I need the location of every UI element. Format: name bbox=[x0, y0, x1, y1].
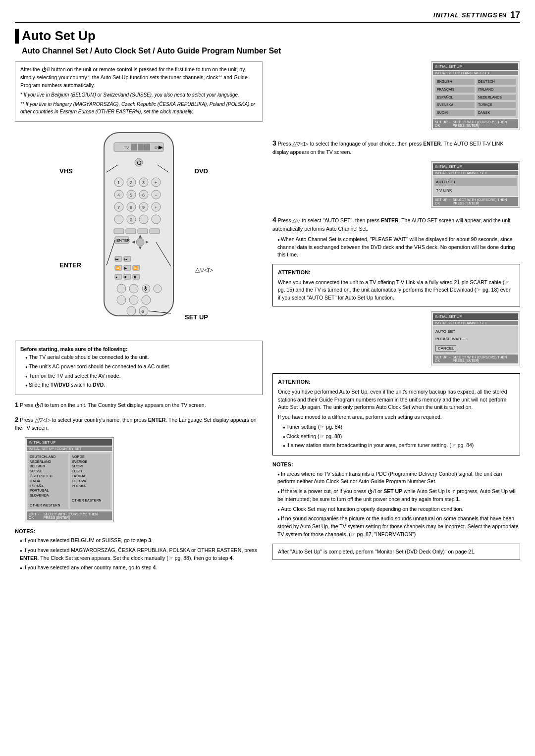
chan2-footer: SET UP ← OK SELECT WITH (CURSORS) THEN P… bbox=[433, 354, 518, 363]
final-note: After "Auto Set Up" is completed, perfor… bbox=[272, 544, 520, 560]
lang-screen-footer: SET UP ← OK SELECT WITH (CURSORS) THEN P… bbox=[433, 119, 518, 128]
lang-turkce: TÜRKÇE bbox=[477, 102, 516, 108]
lang-francais: FRANÇAIS bbox=[435, 87, 475, 93]
footnote2: ** If you live in Hungary (MAGYARORSZÁG)… bbox=[20, 101, 257, 115]
chan1-auto: AUTO SET bbox=[434, 178, 517, 186]
col-right: INITIAL SET UP INITIAL SET UP / LANGUAGE… bbox=[272, 61, 520, 576]
language-set-screen: INITIAL SET UP INITIAL SET UP / LANGUAGE… bbox=[431, 61, 520, 130]
svg-text:■: ■ bbox=[124, 275, 126, 279]
svg-text:3: 3 bbox=[142, 180, 145, 185]
step-4-text: Press △▽ to select "AUTO SET", then pres… bbox=[272, 217, 510, 232]
channel-set2-area: INITIAL SET UP INITIAL SET UP / CHANNEL … bbox=[272, 311, 520, 369]
channel-set1-screen: INITIAL SET UP INITIAL SET UP / CHANNEL … bbox=[431, 161, 520, 208]
svg-point-67 bbox=[129, 284, 138, 293]
step-2: 2 Press △▽◁▷ to select your country's na… bbox=[15, 415, 263, 432]
remote-svg: TV DVD ⏻ 1 bbox=[74, 128, 203, 326]
svg-text:5: 5 bbox=[130, 193, 132, 198]
section-subheading: Auto Channel Set / Auto Clock Set / Auto… bbox=[22, 47, 520, 55]
header-page: 17 bbox=[510, 10, 520, 20]
lang-nederlands: NEDERLANDS bbox=[477, 95, 516, 101]
notes-right-list: In areas where no TV station transmits a… bbox=[272, 470, 520, 539]
channel-set1-area: INITIAL SET UP INITIAL SET UP / CHANNEL … bbox=[272, 161, 520, 211]
before-item-4: Slide the TV/DVD switch to DVD. bbox=[25, 381, 257, 389]
lang-svenska: SVENSKA bbox=[435, 102, 475, 108]
attention-2-text: Once you have performed Auto Set Up, eve… bbox=[278, 388, 515, 411]
screen-country-cols: DEUTSCHLANDNEDERLANDBELGIUMSUISSEÖSTERRE… bbox=[28, 454, 110, 509]
note-right-1: In areas where no TV station transmits a… bbox=[277, 470, 520, 486]
lang-screen-body: ENGLISH DEUTSCH FRANÇAIS ITALIANO ESPAÑO… bbox=[433, 76, 518, 118]
notes-left: NOTES: If you have selected BELGIUM or S… bbox=[15, 527, 263, 572]
chan2-body: AUTO SET PLEASE WAIT...... CANCEL bbox=[433, 326, 518, 354]
country-set-screen-area: INITIAL SET UP INITIAL SET UP / COUNTRY … bbox=[25, 437, 263, 522]
chan1-header: INITIAL SET UP bbox=[433, 163, 518, 170]
lang-dansk: DANSK bbox=[477, 110, 516, 116]
svg-text:−: − bbox=[155, 193, 157, 198]
svg-point-38 bbox=[152, 215, 160, 224]
notes-right: NOTES: In areas where no TV station tran… bbox=[272, 460, 520, 539]
intro-text: After the ⏻/I button on the unit or remo… bbox=[20, 66, 257, 89]
note-left-3: If you have selected any other country n… bbox=[20, 564, 263, 572]
chan2-footer-right: SELECT WITH (CURSORS) THEN PRESS [ENTER] bbox=[453, 355, 516, 362]
lang-screen-sub: INITIAL SET UP / LANGUAGE SET bbox=[433, 71, 518, 75]
svg-point-74 bbox=[127, 306, 136, 315]
svg-text:0: 0 bbox=[130, 217, 132, 222]
svg-text:6: 6 bbox=[142, 193, 145, 198]
svg-point-66 bbox=[117, 284, 126, 293]
svg-point-72 bbox=[129, 296, 138, 304]
screen-country-left: DEUTSCHLANDNEDERLANDBELGIUMSUISSEÖSTERRE… bbox=[28, 454, 68, 509]
chan1-footer-right: SELECT WITH (CURSORS) THEN PRESS [ENTER] bbox=[453, 198, 516, 205]
lang-english: ENGLISH bbox=[435, 79, 475, 85]
attention-2-bullet-1: Tuner setting (☞ pg. 84) bbox=[283, 423, 515, 431]
step-2-num: 2 bbox=[15, 416, 18, 423]
svg-text:1: 1 bbox=[117, 180, 120, 185]
lang-espanol: ESPAÑOL bbox=[435, 95, 475, 101]
before-item-3: Turn on the TV and select the AV mode. bbox=[25, 372, 257, 380]
header-lang: EN bbox=[499, 12, 506, 18]
svg-text:⏮: ⏮ bbox=[115, 257, 119, 261]
step-3-num: 3 bbox=[272, 139, 276, 147]
before-item-1: The TV aerial cable should be connected … bbox=[25, 353, 257, 361]
step-1-text: Press ⏻/I to turn on the unit. The Count… bbox=[20, 402, 206, 408]
screen-footer-country: EXIT ← OK SELECT WITH (CURSORS) THEN PRE… bbox=[27, 511, 112, 520]
svg-text:+: + bbox=[155, 205, 157, 210]
remote-label-nav: △▽◁▷ bbox=[195, 266, 213, 273]
svg-point-49 bbox=[136, 238, 144, 246]
svg-point-71 bbox=[117, 296, 126, 304]
note-left-2: If you have selected MAGYARORSZÁG, ČESKÁ… bbox=[20, 547, 263, 562]
notes-left-title: NOTES: bbox=[15, 527, 263, 536]
svg-text:2: 2 bbox=[130, 180, 132, 185]
step-4-bullets: When Auto Channel Set is completed, "PLE… bbox=[272, 236, 520, 259]
screen-country-right: NORGESVERIGESUOMIEESTILATVIJALIETUVAPOLS… bbox=[70, 454, 110, 509]
two-col-layout: After the ⏻/I button on the unit or remo… bbox=[15, 61, 520, 576]
page-container: INITIAL SETTINGS EN 17 Auto Set Up Auto … bbox=[0, 0, 535, 756]
attention-2-text2: If you have moved to a different area, p… bbox=[278, 413, 515, 421]
lang-deutsch: DEUTSCH bbox=[477, 79, 516, 85]
step-1: 1 Press ⏻/I to turn on the unit. The Cou… bbox=[15, 400, 263, 410]
intro-box: After the ⏻/I button on the unit or remo… bbox=[15, 61, 263, 122]
attention-1-title: ATTENTION: bbox=[278, 268, 515, 277]
chan2-cancel: CANCEL bbox=[434, 345, 517, 352]
attention-2-bullet-3: If a new station starts broadcasting in … bbox=[283, 442, 515, 450]
screen-body-country: DEUTSCHLANDNEDERLANDBELGIUMSUISSEÖSTERRE… bbox=[27, 452, 112, 510]
footer-right: SELECT WITH (CURSORS) THEN PRESS [ENTER] bbox=[44, 512, 110, 519]
step-4-num: 4 bbox=[272, 216, 276, 224]
step-1-num: 1 bbox=[15, 401, 18, 408]
step-4-bullet-1: When Auto Channel Set is completed, "PLE… bbox=[277, 236, 520, 259]
attention-2-bullet-2: Clock setting (☞ pg. 88) bbox=[283, 433, 515, 441]
section-heading: Auto Set Up bbox=[15, 28, 520, 44]
svg-rect-5 bbox=[144, 144, 150, 151]
channel-set2-screen: INITIAL SET UP INITIAL SET UP / CHANNEL … bbox=[431, 311, 520, 366]
attention-2-title: ATTENTION: bbox=[278, 378, 515, 386]
attention-box-2: ATTENTION: Once you have performed Auto … bbox=[272, 373, 520, 455]
chan2-pleasewait: PLEASE WAIT...... bbox=[434, 335, 517, 343]
note-right-3: Auto Clock Set may not function properly… bbox=[277, 505, 520, 513]
svg-text:⏻: ⏻ bbox=[137, 160, 142, 165]
svg-text:⏩: ⏩ bbox=[133, 266, 138, 270]
svg-text:⏭: ⏭ bbox=[124, 257, 128, 261]
lang-screen-header: INITIAL SET UP bbox=[433, 63, 518, 70]
attention-1-text: When you have connected the unit to a TV… bbox=[278, 279, 515, 302]
svg-text:4: 4 bbox=[117, 193, 120, 198]
footnote1: * If you live in Belgium (BELGIUM) or Sw… bbox=[20, 91, 257, 99]
remote-label-dvd: DVD bbox=[195, 167, 208, 175]
notes-right-title: NOTES: bbox=[272, 460, 520, 469]
